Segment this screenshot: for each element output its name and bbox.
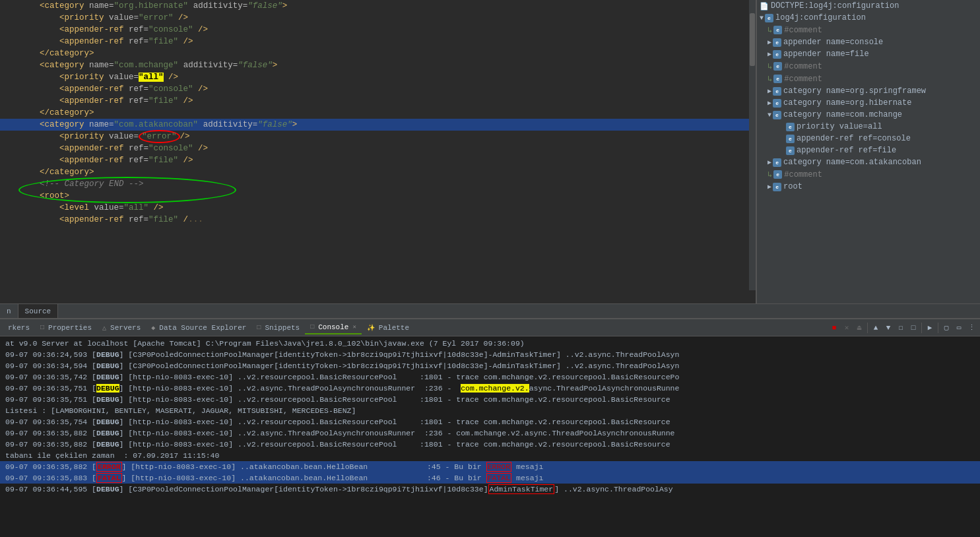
console-tab-snippets[interactable]: □ Snippets: [251, 322, 305, 334]
tree-item-appender-console[interactable]: ▶ e appender name=console: [757, 36, 980, 48]
console-tab-palette[interactable]: ✨ Palette: [362, 322, 414, 334]
console-line-5[interactable]: 09-07 09:36:35,751 [DEBUG] [http-nio-808…: [0, 394, 980, 405]
console-output[interactable]: at v9.0 Server at localhost [Apache Tomc…: [0, 336, 980, 537]
code-line[interactable]: <appender-ref ref="file" /...: [0, 214, 756, 226]
console-line-4[interactable]: 09-07 09:36:35,751 [DEBUG] [http-nio-808…: [0, 383, 980, 394]
tab-label: Servers: [110, 324, 141, 332]
btn6[interactable]: ☐: [895, 322, 907, 334]
tree-item-priority-all[interactable]: e priority value=all: [757, 121, 980, 133]
tree-item-doctype[interactable]: 📄 DOCTYPE:log4j:configuration: [757, 0, 980, 12]
console-line-6[interactable]: 09-07 09:36:35,754 [DEBUG] [http-nio-808…: [0, 416, 980, 427]
expand-arrow: ▶: [768, 50, 771, 58]
btn4[interactable]: ▲: [870, 322, 882, 334]
console-line-7[interactable]: 09-07 09:36:35,882 [DEBUG] [http-nio-808…: [0, 427, 980, 439]
element-icon: e: [773, 170, 782, 179]
tree-item-category-mchange[interactable]: ▼ e category name=com.mchange: [757, 109, 980, 121]
element-icon: e: [773, 183, 781, 191]
console-toolbar-right: ■ ✕ ⏏ ▲ ▼ ☐ □ ▶ ▢ ▭ ⋮: [828, 322, 977, 334]
tab-source[interactable]: Source: [18, 304, 59, 318]
console-tab-datasource[interactable]: ◆ Data Source Explorer: [146, 322, 251, 334]
server-text: at v9.0 Server at localhost [Apache Tomc…: [5, 339, 525, 348]
tree-item-appender-file[interactable]: ▶ e appender name=file: [757, 48, 980, 60]
console-tab-console[interactable]: □ Console ✕: [305, 321, 362, 334]
tab-close-icon[interactable]: ✕: [352, 323, 356, 331]
code-line[interactable]: <root>: [0, 190, 756, 202]
code-line[interactable]: </category>: [0, 107, 756, 119]
bottom-section: rkers □ Properties △ Servers ◆ Data Sour…: [0, 318, 980, 537]
code-line[interactable]: <appender-ref ref="console" />: [0, 24, 756, 36]
element-icon: e: [773, 158, 781, 167]
tree-item-comment1[interactable]: ↳ e #comment: [757, 24, 980, 36]
code-text: <appender-ref ref="file" />: [20, 156, 193, 165]
btn3[interactable]: ⏏: [853, 322, 865, 334]
console-tab-properties[interactable]: □ Properties: [35, 322, 97, 334]
tree-item-appenderref-console[interactable]: e appender-ref ref=console: [757, 133, 980, 144]
console-line-last[interactable]: 09-07 09:36:44,595 [DEBUG] [C3P0PooledCo…: [0, 484, 980, 495]
console-tab-servers[interactable]: △ Servers: [97, 322, 146, 334]
code-line[interactable]: <appender-ref ref="file" />: [0, 95, 756, 107]
console-line-3[interactable]: 09-07 09:36:35,742 [DEBUG] [http-nio-808…: [0, 371, 980, 383]
btn9[interactable]: ▢: [940, 322, 952, 334]
line-text: 09-07 09:36:24,593 [DEBUG] [C3P0PooledCo…: [5, 350, 679, 359]
console-line-1[interactable]: 09-07 09:36:24,593 [DEBUG] [C3P0PooledCo…: [0, 349, 980, 360]
code-text: <appender-ref ref="console" />: [20, 144, 208, 153]
code-line[interactable]: </category>: [0, 166, 756, 178]
tree-item-log4j[interactable]: ▼ e log4j:configuration: [757, 12, 980, 24]
code-line[interactable]: <appender-ref ref="file" />: [0, 154, 756, 166]
btn2[interactable]: ✕: [841, 322, 853, 334]
tree-item-comment2[interactable]: ↳ e #comment: [757, 60, 980, 73]
editor-area: <category name="org.hibernate" additivit…: [0, 0, 756, 303]
code-line[interactable]: <appender-ref ref="console" />: [0, 142, 756, 154]
tree-item-appenderref-file[interactable]: e appender-ref ref=file: [757, 144, 980, 156]
btn8[interactable]: ▶: [924, 322, 936, 334]
tab-label: Snippets: [265, 324, 300, 332]
btn7[interactable]: □: [907, 322, 919, 334]
element-icon: e: [786, 123, 795, 131]
btn5[interactable]: ▼: [882, 322, 894, 334]
tree-label: category name=com.mchange: [783, 110, 902, 119]
tree-label: #comment: [784, 26, 822, 35]
console-line-listesi[interactable]: Listesi : [LAMBORGHINI, BENTLEY, MASERAT…: [0, 405, 980, 416]
code-text: <appender-ref ref="console" />: [20, 84, 208, 94]
expand-arrow: ▶: [768, 158, 771, 166]
console-line-8[interactable]: 09-07 09:36:35,882 [DEBUG] [http-nio-808…: [0, 439, 980, 450]
code-line[interactable]: <priority value="error"/>: [0, 131, 756, 142]
tree-item-category-spring[interactable]: ▶ e category name=org.springframew: [757, 85, 980, 97]
tab-n[interactable]: n: [0, 304, 18, 318]
btn10[interactable]: ▭: [953, 322, 965, 334]
tree-item-comment3[interactable]: ↳ e #comment: [757, 73, 980, 85]
console-line-error[interactable]: 09-07 09:36:35,882 [ERROR] [http-nio-808…: [0, 461, 980, 472]
console-line-fatal[interactable]: 09-07 09:36:35,883 [FATAL] [http-nio-808…: [0, 472, 980, 484]
console-line-2[interactable]: 09-07 09:36:34,594 [DEBUG] [C3P0PooledCo…: [0, 360, 980, 371]
element-icon: e: [773, 75, 782, 83]
tree-item-root[interactable]: ▶ e root: [757, 181, 980, 193]
element-icon: e: [773, 26, 782, 34]
code-text: <priority value="all" />: [20, 73, 178, 82]
tree-label: appender-ref ref=file: [797, 146, 896, 155]
tree-label: appender name=file: [783, 49, 869, 59]
console-line-tabani[interactable]: tabanı ile çekilen zaman : 07.09.2017 11…: [0, 450, 980, 461]
btn11[interactable]: ⋮: [965, 322, 977, 334]
tab-n-label: n: [7, 307, 11, 315]
code-line[interactable]: </category>: [0, 47, 756, 59]
expand-arrow: ▼: [760, 15, 764, 22]
code-line-selected[interactable]: <category name="com.atakancoban" additiv…: [0, 119, 756, 131]
tree-item-comment4[interactable]: ↳ e #comment: [757, 168, 980, 181]
code-line[interactable]: <category name="org.hibernate" additivit…: [0, 0, 756, 12]
code-line[interactable]: <appender-ref ref="file" />: [0, 36, 756, 47]
code-line[interactable]: <priority value="all" />: [0, 71, 756, 83]
code-line[interactable]: <priority value="error" />: [0, 12, 756, 24]
editor-content: <category name="org.hibernate" additivit…: [0, 0, 756, 303]
stop-btn[interactable]: ■: [828, 322, 840, 334]
tree-item-category-hibernate[interactable]: ▶ e category name=org.hibernate: [757, 97, 980, 109]
code-text: <appender-ref ref="console" />: [20, 25, 208, 34]
code-line[interactable]: <category name="com.mchange" additivity=…: [0, 59, 756, 71]
tree-item-category-atakancoban[interactable]: ▶ e category name=com.atakancoban: [757, 156, 980, 168]
console-tab-rkers[interactable]: rkers: [3, 322, 35, 334]
tab-label: rkers: [8, 324, 30, 332]
code-line[interactable]: <appender-ref ref="console" />: [0, 83, 756, 95]
code-line[interactable]: <level value="all" />: [0, 202, 756, 214]
editor-vscrollbar[interactable]: [749, 0, 756, 290]
code-line-comment[interactable]: <!-- Category END -->: [0, 178, 756, 190]
console-server-line: at v9.0 Server at localhost [Apache Tomc…: [0, 338, 980, 349]
